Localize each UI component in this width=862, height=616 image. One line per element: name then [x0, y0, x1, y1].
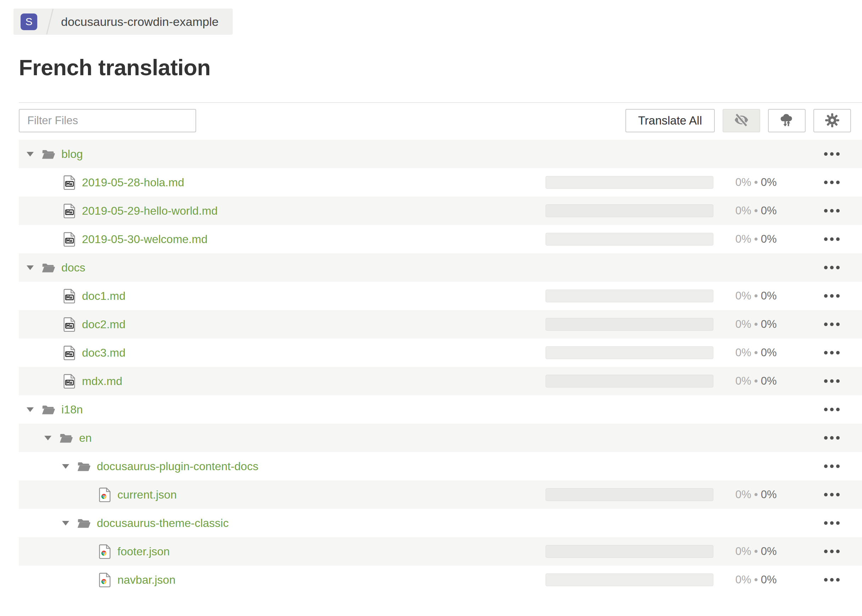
- row-context-menu-button[interactable]: [824, 266, 840, 269]
- file-name-link[interactable]: current.json: [118, 488, 177, 501]
- progress-bar: [546, 176, 713, 189]
- approved-percent: 0%: [761, 289, 777, 302]
- row-context-menu-button[interactable]: [824, 521, 840, 525]
- row-context-menu-button[interactable]: [824, 493, 840, 497]
- progress-bar: [546, 346, 713, 359]
- folder-icon: [77, 518, 91, 529]
- progress-percentages: 0%•0%: [735, 545, 788, 558]
- progress-percentages: 0%•0%: [735, 318, 788, 331]
- eye-off-icon: [733, 113, 749, 129]
- row-context-menu-button[interactable]: [824, 294, 840, 298]
- breadcrumb-project-name[interactable]: docusaurus-crowdin-example: [61, 15, 218, 29]
- progress-percentages: 0%•0%: [735, 289, 788, 302]
- json-file-icon: [99, 487, 111, 503]
- translated-percent: 0%: [735, 176, 751, 189]
- folder-icon: [41, 262, 55, 273]
- tree-row-folder: blog: [19, 140, 862, 168]
- row-context-menu-button[interactable]: [824, 351, 840, 355]
- file-name-link[interactable]: doc2.md: [82, 318, 126, 331]
- approved-percent: 0%: [761, 375, 777, 387]
- caret-down-icon[interactable]: [27, 151, 34, 157]
- caret-down-icon[interactable]: [62, 520, 69, 525]
- folder-name-link[interactable]: docusaurus-plugin-content-docs: [97, 460, 258, 473]
- translated-percent: 0%: [735, 204, 751, 217]
- sync-files-button[interactable]: [768, 109, 805, 132]
- row-context-menu-button[interactable]: [824, 408, 840, 411]
- progress-percentages: 0%•0%: [735, 176, 788, 189]
- tree-row-file: doc3.md0%•0%: [19, 338, 862, 367]
- translated-percent: 0%: [735, 233, 751, 245]
- tree-row-file: doc1.md0%•0%: [19, 282, 862, 310]
- approved-percent: 0%: [761, 574, 777, 586]
- breadcrumb-slash-divider: [46, 9, 53, 35]
- folder-name-link[interactable]: docs: [61, 261, 85, 274]
- tree-row-file: 2019-05-30-welcome.md0%•0%: [19, 225, 862, 253]
- approved-percent: 0%: [761, 233, 777, 245]
- approved-percent: 0%: [761, 204, 777, 217]
- translated-percent: 0%: [735, 318, 751, 330]
- toggle-hidden-files-button[interactable]: [722, 109, 760, 132]
- markdown-file-icon: [63, 232, 75, 247]
- file-name-link[interactable]: navbar.json: [118, 574, 176, 586]
- percent-separator: •: [751, 488, 761, 501]
- caret-down-icon[interactable]: [27, 407, 34, 412]
- filter-files-input[interactable]: [19, 109, 196, 132]
- percent-separator: •: [751, 375, 761, 387]
- percent-separator: •: [751, 318, 761, 330]
- percent-separator: •: [751, 346, 761, 359]
- row-context-menu-button[interactable]: [824, 322, 840, 326]
- caret-down-icon[interactable]: [44, 435, 52, 440]
- tree-row-file: mdx.md0%•0%: [19, 367, 862, 395]
- row-context-menu-button[interactable]: [824, 379, 840, 383]
- tree-row-file: navbar.json0%•0%: [19, 566, 862, 594]
- progress-bar: [546, 233, 713, 245]
- row-context-menu-button[interactable]: [824, 436, 840, 440]
- folder-name-link[interactable]: en: [79, 432, 92, 445]
- gear-icon: [824, 113, 840, 129]
- file-name-link[interactable]: 2019-05-30-welcome.md: [82, 233, 207, 246]
- approved-percent: 0%: [761, 176, 777, 189]
- settings-button[interactable]: [813, 109, 851, 132]
- tree-row-folder: docusaurus-plugin-content-docs: [19, 452, 862, 481]
- tree-row-file: current.json0%•0%: [19, 481, 862, 509]
- file-name-link[interactable]: doc3.md: [82, 346, 126, 360]
- row-context-menu-button[interactable]: [824, 550, 840, 553]
- folder-name-link[interactable]: i18n: [61, 403, 83, 416]
- row-context-menu-button[interactable]: [824, 209, 840, 212]
- tree-row-folder: en: [19, 424, 862, 452]
- row-context-menu-button[interactable]: [824, 152, 840, 156]
- tree-row-folder: docs: [19, 253, 862, 282]
- progress-percentages: 0%•0%: [735, 574, 788, 586]
- translate-all-button[interactable]: Translate All: [625, 109, 715, 132]
- cloud-sync-icon: [779, 113, 795, 129]
- percent-separator: •: [751, 233, 761, 245]
- percent-separator: •: [751, 176, 761, 189]
- folder-name-link[interactable]: docusaurus-theme-classic: [97, 517, 229, 530]
- project-badge[interactable]: S: [20, 14, 37, 30]
- row-context-menu-button[interactable]: [824, 465, 840, 468]
- percent-separator: •: [751, 289, 761, 302]
- progress-bar: [546, 545, 713, 558]
- progress-bar: [546, 318, 713, 331]
- json-file-icon: [99, 572, 111, 588]
- markdown-file-icon: [63, 317, 75, 332]
- translated-percent: 0%: [735, 346, 751, 359]
- row-context-menu-button[interactable]: [824, 237, 840, 241]
- tree-row-folder: docusaurus-theme-classic: [19, 509, 862, 537]
- folder-icon: [77, 461, 91, 472]
- progress-percentages: 0%•0%: [735, 346, 788, 359]
- row-context-menu-button[interactable]: [824, 578, 840, 581]
- file-name-link[interactable]: doc1.md: [82, 289, 126, 303]
- row-context-menu-button[interactable]: [824, 181, 840, 184]
- folder-name-link[interactable]: blog: [61, 148, 83, 161]
- file-name-link[interactable]: mdx.md: [82, 375, 122, 388]
- file-name-link[interactable]: footer.json: [118, 545, 170, 558]
- approved-percent: 0%: [761, 488, 777, 501]
- caret-down-icon[interactable]: [62, 464, 69, 469]
- file-name-link[interactable]: 2019-05-29-hello-world.md: [82, 204, 217, 217]
- approved-percent: 0%: [761, 545, 777, 558]
- file-name-link[interactable]: 2019-05-28-hola.md: [82, 176, 184, 189]
- project-badge-letter: S: [25, 16, 32, 28]
- caret-down-icon[interactable]: [27, 265, 34, 270]
- markdown-file-icon: [63, 289, 75, 304]
